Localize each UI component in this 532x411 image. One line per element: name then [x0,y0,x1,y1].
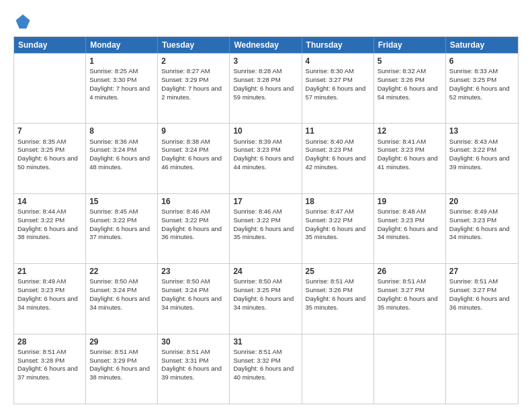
cal-cell: 29Sunrise: 8:51 AMSunset: 3:29 PMDayligh… [86,334,158,404]
cal-cell: 7Sunrise: 8:35 AMSunset: 3:25 PMDaylight… [14,124,86,193]
day-number: 20 [449,196,515,207]
sunrise-text: Sunrise: 8:43 AM [449,138,498,145]
sunset-text: Sunset: 3:22 PM [161,216,208,224]
cal-cell [302,334,374,404]
header-day-monday: Monday [86,37,158,53]
cal-cell: 14Sunrise: 8:44 AMSunset: 3:22 PMDayligh… [14,194,86,263]
daylight-text: Daylight: 6 hours and 39 minutes. [161,365,222,381]
sunset-text: Sunset: 3:26 PM [378,76,425,83]
daylight-text: Daylight: 6 hours and 36 minutes. [161,225,222,241]
sunset-text: Sunset: 3:24 PM [89,286,136,293]
week-row-5: 28Sunrise: 8:51 AMSunset: 3:28 PMDayligh… [14,334,518,404]
calendar-body: 1Sunrise: 8:25 AMSunset: 3:30 PMDaylight… [14,53,518,404]
sunrise-text: Sunrise: 8:41 AM [378,138,426,145]
day-number: 30 [161,336,226,347]
day-number: 8 [89,126,154,136]
cal-cell: 18Sunrise: 8:47 AMSunset: 3:22 PMDayligh… [302,194,374,263]
cal-cell: 10Sunrise: 8:39 AMSunset: 3:23 PMDayligh… [230,124,302,193]
sunrise-text: Sunrise: 8:32 AM [378,67,426,75]
header-day-saturday: Saturday [446,37,518,53]
sunset-text: Sunset: 3:23 PM [17,286,64,293]
sunset-text: Sunset: 3:23 PM [306,146,353,153]
logo-icon [13,12,32,31]
day-number: 31 [233,336,298,347]
sunset-text: Sunset: 3:31 PM [161,357,208,364]
cal-cell [14,54,86,123]
header-day-tuesday: Tuesday [158,37,230,53]
sunset-text: Sunset: 3:24 PM [161,286,208,293]
sunset-text: Sunset: 3:29 PM [161,76,208,83]
day-number: 1 [89,56,154,66]
daylight-text: Daylight: 6 hours and 46 minutes. [161,154,222,171]
cal-cell: 5Sunrise: 8:32 AMSunset: 3:26 PMDaylight… [374,54,446,123]
sunset-text: Sunset: 3:28 PM [17,357,64,364]
cal-cell: 17Sunrise: 8:46 AMSunset: 3:22 PMDayligh… [230,194,302,263]
header-day-thursday: Thursday [302,37,374,53]
sunrise-text: Sunrise: 8:51 AM [89,348,138,355]
daylight-text: Daylight: 6 hours and 42 minutes. [306,154,366,171]
sunset-text: Sunset: 3:27 PM [378,286,425,293]
sunrise-text: Sunrise: 8:48 AM [378,208,426,215]
sunset-text: Sunset: 3:28 PM [233,76,280,83]
daylight-text: Daylight: 6 hours and 35 minutes. [306,225,366,241]
cal-cell: 25Sunrise: 8:51 AMSunset: 3:26 PMDayligh… [302,264,374,333]
cal-cell: 9Sunrise: 8:38 AMSunset: 3:24 PMDaylight… [158,124,230,193]
sunset-text: Sunset: 3:22 PM [89,216,136,224]
sunrise-text: Sunrise: 8:45 AM [89,208,138,215]
sunset-text: Sunset: 3:30 PM [89,76,136,83]
cal-cell: 23Sunrise: 8:50 AMSunset: 3:24 PMDayligh… [158,264,230,333]
daylight-text: Daylight: 6 hours and 37 minutes. [17,365,78,381]
day-number: 9 [161,126,226,136]
day-number: 10 [233,126,298,136]
sunrise-text: Sunrise: 8:49 AM [17,277,66,285]
cal-cell: 11Sunrise: 8:40 AMSunset: 3:23 PMDayligh… [302,124,374,193]
header-day-friday: Friday [374,37,446,53]
day-number: 23 [161,266,226,277]
day-number: 7 [17,126,82,136]
sunset-text: Sunset: 3:25 PM [233,286,280,293]
sunrise-text: Sunrise: 8:46 AM [161,208,210,215]
daylight-text: Daylight: 6 hours and 34 minutes. [233,295,294,311]
cal-cell: 27Sunrise: 8:51 AMSunset: 3:27 PMDayligh… [446,264,518,333]
sunrise-text: Sunrise: 8:28 AM [233,67,281,75]
sunrise-text: Sunrise: 8:50 AM [161,277,210,285]
daylight-text: Daylight: 6 hours and 34 minutes. [378,225,438,241]
sunrise-text: Sunrise: 8:33 AM [449,67,498,75]
cal-cell: 24Sunrise: 8:50 AMSunset: 3:25 PMDayligh… [230,264,302,333]
daylight-text: Daylight: 6 hours and 41 minutes. [378,154,438,171]
daylight-text: Daylight: 6 hours and 35 minutes. [306,295,366,311]
sunrise-text: Sunrise: 8:40 AM [306,138,354,145]
cal-cell [374,334,446,404]
cal-cell: 26Sunrise: 8:51 AMSunset: 3:27 PMDayligh… [374,264,446,333]
cal-cell: 8Sunrise: 8:36 AMSunset: 3:24 PMDaylight… [86,124,158,193]
daylight-text: Daylight: 6 hours and 50 minutes. [17,154,78,171]
sunrise-text: Sunrise: 8:50 AM [89,277,138,285]
daylight-text: Daylight: 6 hours and 35 minutes. [378,295,438,311]
sunset-text: Sunset: 3:23 PM [449,216,496,224]
sunrise-text: Sunrise: 8:51 AM [306,277,354,285]
day-number: 13 [449,126,515,136]
week-row-1: 1Sunrise: 8:25 AMSunset: 3:30 PMDaylight… [14,53,518,123]
daylight-text: Daylight: 6 hours and 59 minutes. [233,85,294,101]
day-number: 16 [161,196,226,207]
daylight-text: Daylight: 6 hours and 38 minutes. [89,365,150,381]
day-number: 27 [449,266,515,277]
sunrise-text: Sunrise: 8:49 AM [449,208,498,215]
daylight-text: Daylight: 6 hours and 57 minutes. [306,85,366,101]
cal-cell: 19Sunrise: 8:48 AMSunset: 3:23 PMDayligh… [374,194,446,263]
day-number: 28 [17,336,82,347]
day-number: 11 [306,126,370,136]
sunset-text: Sunset: 3:25 PM [17,146,64,153]
svg-marker-0 [16,15,30,29]
day-number: 25 [306,266,370,277]
daylight-text: Daylight: 6 hours and 34 minutes. [161,295,222,311]
sunset-text: Sunset: 3:22 PM [17,216,64,224]
week-row-3: 14Sunrise: 8:44 AMSunset: 3:22 PMDayligh… [14,193,518,263]
daylight-text: Daylight: 6 hours and 39 minutes. [449,154,510,171]
sunset-text: Sunset: 3:32 PM [233,357,280,364]
cal-cell: 1Sunrise: 8:25 AMSunset: 3:30 PMDaylight… [86,54,158,123]
sunrise-text: Sunrise: 8:51 AM [378,277,426,285]
day-number: 29 [89,336,154,347]
sunset-text: Sunset: 3:24 PM [161,146,208,153]
daylight-text: Daylight: 7 hours and 4 minutes. [89,85,150,101]
